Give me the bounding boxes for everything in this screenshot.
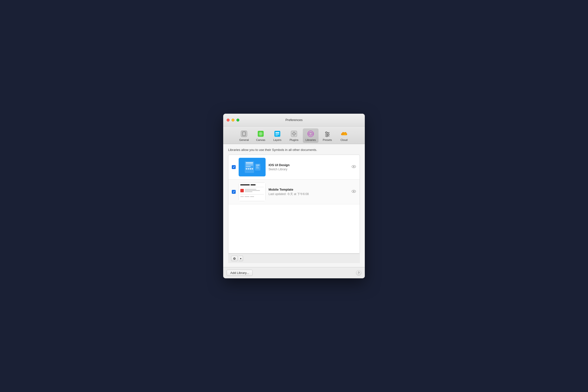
- library-thumbnail-ios: [239, 158, 266, 176]
- toolbar-item-canvas[interactable]: Canvas: [253, 128, 268, 143]
- content-area: Libraries allow you to use their Symbols…: [223, 144, 365, 267]
- library-thumbnail-mobile: [239, 182, 266, 201]
- chevron-button[interactable]: ▾: [239, 256, 243, 261]
- add-library-button[interactable]: Add Library...: [226, 270, 252, 276]
- library-info-mobile: Mobile Template Last updated: 今天 at 下午6:…: [268, 188, 348, 196]
- toolbar-item-plugins[interactable]: Plugins: [286, 128, 302, 143]
- svg-point-23: [326, 135, 328, 137]
- layers-label: Layers: [273, 138, 281, 141]
- library-item-ios: iOS UI Design Sketch Library: [228, 155, 360, 180]
- canvas-label: Canvas: [256, 138, 265, 141]
- svg-rect-28: [246, 162, 253, 164]
- toolbar-item-layers[interactable]: Layers: [270, 128, 285, 143]
- svg-point-16: [308, 131, 314, 137]
- svg-point-19: [326, 132, 327, 133]
- cloud-label: Cloud: [340, 138, 348, 141]
- svg-rect-8: [276, 134, 279, 134]
- toolbar-item-presets[interactable]: Presets: [320, 128, 335, 143]
- canvas-icon: [257, 130, 264, 138]
- maximize-button[interactable]: [236, 118, 239, 122]
- svg-point-24: [344, 134, 346, 135]
- minimize-button[interactable]: [232, 118, 234, 122]
- svg-rect-9: [276, 135, 278, 136]
- general-label: General: [239, 138, 249, 141]
- title-bar: Preferences: [223, 114, 365, 126]
- library-item-mobile: Mobile Template Last updated: 今天 at 下午6:…: [228, 180, 360, 204]
- library-info-ios: iOS UI Design Sketch Library: [268, 163, 348, 171]
- svg-rect-7: [276, 132, 279, 133]
- svg-rect-29: [246, 164, 253, 166]
- gear-button[interactable]: ⚙: [231, 256, 238, 261]
- bottom-bar: ⚙ ▾: [228, 254, 360, 263]
- svg-rect-31: [246, 168, 247, 170]
- svg-rect-33: [250, 168, 251, 170]
- close-button[interactable]: [226, 118, 230, 122]
- svg-rect-34: [252, 168, 253, 170]
- description-text: Libraries allow you to use their Symbols…: [228, 148, 360, 152]
- svg-rect-37: [256, 168, 259, 168]
- presets-label: Presets: [323, 138, 332, 141]
- cloud-icon: [340, 130, 348, 138]
- preferences-window: Preferences General C: [223, 114, 365, 278]
- plugins-label: Plugins: [290, 138, 298, 141]
- traffic-lights: [226, 118, 239, 122]
- general-icon: [240, 130, 248, 138]
- footer: Add Library... ?: [223, 267, 365, 278]
- svg-rect-30: [246, 166, 251, 167]
- toolbar-item-general[interactable]: General: [236, 128, 252, 143]
- library-meta-ios: Sketch Library: [268, 168, 348, 171]
- svg-rect-35: [256, 165, 260, 166]
- svg-rect-36: [256, 166, 258, 167]
- library-meta-mobile: Last updated: 今天 at 下午6:08: [268, 192, 348, 196]
- library-checkbox-ios[interactable]: [232, 165, 236, 169]
- library-name-ios: iOS UI Design: [268, 163, 348, 167]
- layers-icon: [274, 130, 281, 138]
- toolbar: General Canvas: [223, 126, 365, 144]
- libraries-label: Libraries: [306, 138, 316, 141]
- presets-icon: [324, 130, 331, 138]
- library-name-mobile: Mobile Template: [268, 188, 348, 191]
- svg-point-41: [353, 190, 354, 192]
- help-button[interactable]: ?: [356, 270, 362, 276]
- toolbar-item-cloud[interactable]: Cloud: [336, 128, 352, 143]
- library-checkbox-mobile[interactable]: [232, 190, 236, 194]
- window-title: Preferences: [286, 118, 302, 122]
- library-eye-mobile[interactable]: [351, 189, 356, 195]
- library-eye-ios[interactable]: [351, 164, 356, 170]
- toolbar-item-libraries[interactable]: Libraries: [303, 128, 318, 143]
- svg-point-39: [353, 166, 354, 167]
- svg-rect-32: [248, 168, 249, 170]
- library-list: iOS UI Design Sketch Library: [228, 154, 360, 254]
- empty-area: [228, 204, 360, 253]
- libraries-icon: [307, 130, 314, 138]
- svg-point-21: [328, 134, 329, 135]
- plugins-icon: [290, 130, 298, 138]
